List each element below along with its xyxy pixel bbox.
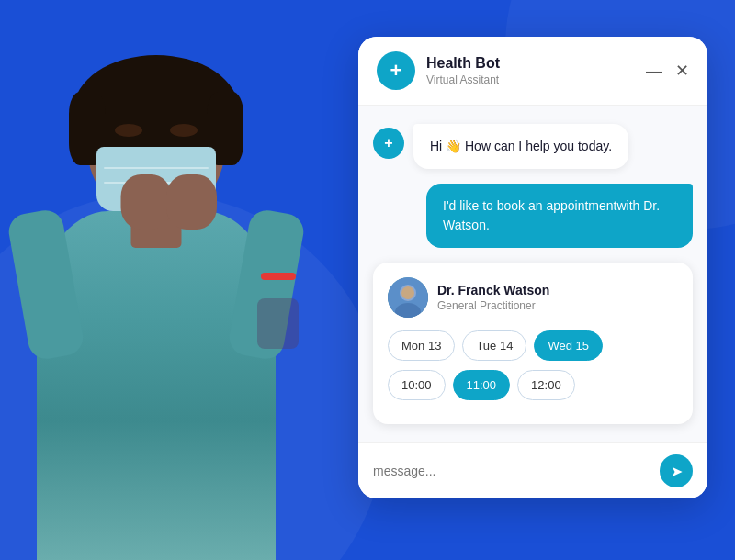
send-icon: ➤ bbox=[671, 463, 683, 480]
close-button[interactable]: ✕ bbox=[675, 62, 689, 79]
user-bubble: I'd like to book an appointmentwith Dr. … bbox=[426, 184, 693, 248]
header-controls: — ✕ bbox=[646, 62, 689, 79]
user-message-row: I'd like to book an appointmentwith Dr. … bbox=[373, 184, 693, 248]
chat-subtitle: Virtual Assitant bbox=[426, 73, 646, 86]
send-button[interactable]: ➤ bbox=[660, 454, 693, 487]
time-slot-0[interactable]: 10:00 bbox=[388, 370, 446, 400]
doctor-avatar bbox=[388, 277, 428, 318]
chat-title: Health Bot bbox=[426, 55, 646, 72]
chat-window: + Health Bot Virtual Assitant — ✕ + Hi 👋… bbox=[358, 37, 707, 498]
minimize-button[interactable]: — bbox=[646, 62, 662, 79]
chat-input-area: ➤ bbox=[358, 442, 707, 498]
chat-header: + Health Bot Virtual Assitant — ✕ bbox=[358, 37, 707, 106]
message-input[interactable] bbox=[373, 464, 650, 478]
time-slot-2[interactable]: 12:00 bbox=[517, 370, 575, 400]
doctor-card: Dr. Franck Watson General Practitioner M… bbox=[373, 263, 693, 424]
header-info: Health Bot Virtual Assitant bbox=[426, 55, 646, 86]
date-slot-0[interactable]: Mon 13 bbox=[388, 330, 455, 361]
svg-point-3 bbox=[401, 286, 414, 299]
person-image bbox=[0, 46, 349, 560]
time-slot-row: 10:0011:0012:00 bbox=[388, 370, 678, 400]
doctor-avatar-image bbox=[388, 277, 428, 318]
date-slot-1[interactable]: Tue 14 bbox=[462, 330, 526, 361]
doctor-specialty: General Practitioner bbox=[437, 299, 549, 312]
date-slot-row: Mon 13Tue 14Wed 15 bbox=[388, 330, 678, 361]
bot-icon: + bbox=[377, 51, 415, 90]
doctor-info: Dr. Franck Watson General Practitioner bbox=[388, 277, 678, 318]
bot-message-row: + Hi 👋 How can I help you today. bbox=[373, 124, 693, 169]
chat-body: + Hi 👋 How can I help you today. I'd lik… bbox=[358, 106, 707, 442]
time-slot-1[interactable]: 11:00 bbox=[453, 370, 511, 400]
doctor-details: Dr. Franck Watson General Practitioner bbox=[437, 283, 549, 312]
date-slot-2[interactable]: Wed 15 bbox=[534, 330, 603, 361]
bot-bubble: Hi 👋 How can I help you today. bbox=[413, 124, 628, 169]
doctor-name: Dr. Franck Watson bbox=[437, 283, 549, 297]
bot-avatar: + bbox=[373, 128, 404, 159]
